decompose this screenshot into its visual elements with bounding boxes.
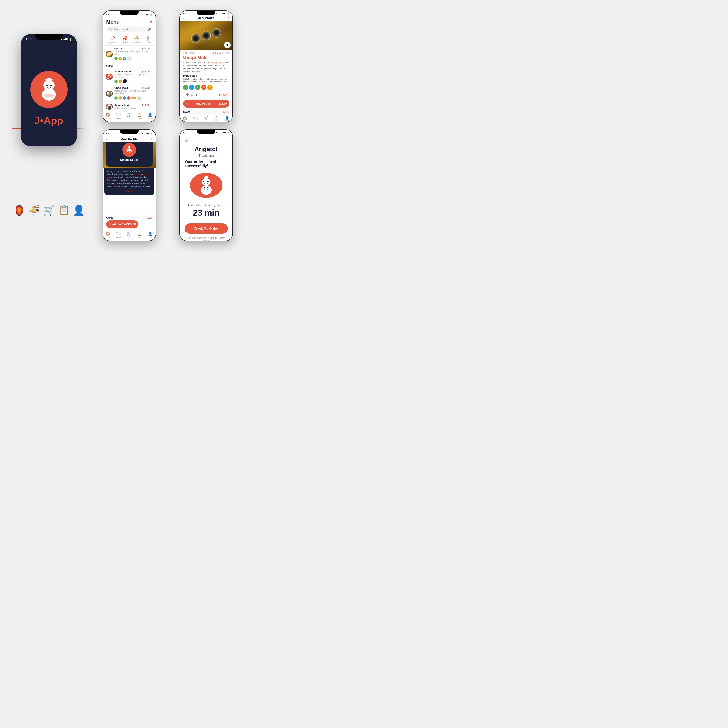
menu-title: Menu	[106, 19, 119, 25]
unagi-desc: Rolled grilled eel with teriyaki sauce, …	[115, 90, 150, 95]
um-tag-label: GF	[131, 97, 136, 99]
cat-tab-sushi[interactable]: 🍣 Sushi	[121, 35, 128, 44]
mp-serving: 7 oz | 340 cal	[183, 52, 195, 54]
meal-profile-phone: 9:41 ●●● ▲ WiFi 🔋 ‹ Meal Profile ⤴ ♥	[179, 11, 233, 122]
heart-icon[interactable]: ♥	[150, 20, 152, 24]
splash-phone: 9:41 ●●● WiFi 🔋	[21, 34, 77, 146]
mp-title: Meal Profile	[197, 16, 214, 20]
icon-profile: 👤	[71, 203, 86, 217]
mp-share-icon[interactable]: ⤴	[228, 16, 229, 20]
gyoza-tag-g: G	[115, 57, 118, 60]
sn-tag-g: G	[115, 80, 118, 83]
fg-nav-orders[interactable]: 📋 Orders	[137, 231, 142, 238]
salmon-heart[interactable]: ♥	[106, 73, 107, 76]
nav-profile[interactable]: 👤 Profile	[148, 113, 153, 119]
mp-cart-icon: 🛒	[203, 116, 208, 121]
food-item-salmon-nigiri[interactable]: ♥ 🍣 Salmon Nigiri $15.00 Slice of salmon…	[103, 69, 156, 85]
dashi-link[interactable]: dashi	[135, 173, 139, 176]
fg-nav-menu[interactable]: 🍽️ Menu	[116, 231, 121, 238]
food-item-salmon-maki[interactable]: ♥ 🍙 Salmon Maki $15.00 Rolled grilled sa…	[103, 102, 156, 111]
profile-icon: 👤	[71, 203, 86, 217]
fg-share-icon[interactable]: ⤴	[151, 137, 152, 141]
unagi-cart-btn[interactable]: 🛒	[137, 95, 142, 101]
mp-nav-home[interactable]: 🏠 Home	[183, 116, 187, 122]
icon-cart: 🛒	[41, 203, 57, 217]
mp-nav-menu[interactable]: 🍽️ Menu	[193, 116, 198, 122]
menu-icon: 🍽️	[116, 113, 121, 117]
gyoza-cart-btn[interactable]: 🛒	[127, 56, 132, 61]
mp-rating-row: 7 oz | 340 cal ★★★★☆ (462)	[180, 50, 232, 55]
sushi-icon: 🍣	[122, 36, 128, 41]
fg-cart-label: Add to Cart	[112, 223, 127, 226]
mp-phone-notch	[197, 11, 216, 15]
add-to-cart-button[interactable]: 🛒 Add to Cart $15.50	[183, 100, 229, 108]
cart-label: Cart	[127, 118, 130, 119]
qty-value: 1	[191, 93, 193, 96]
gyoza-heart[interactable]: ♥	[106, 51, 107, 54]
mp-nav-profile[interactable]: 👤 Profile	[225, 116, 230, 122]
meal-profile-screen: ‹ Meal Profile ⤴ ♥ 7 oz | 340 cal ★★★★☆	[180, 15, 232, 122]
fg-nav-cart[interactable]: 🛒 Cart	[127, 231, 131, 238]
add-to-cart-label: Add to Cart	[196, 102, 211, 105]
unagi-info: Unagi Maki $15.00 Rolled grilled eel wit…	[115, 86, 150, 101]
mp-food-title: Unagi Maki	[180, 55, 232, 61]
fg-food-name: Umami Sauce	[110, 158, 149, 161]
search-bar[interactable]: 🔍 🎤	[106, 26, 152, 32]
nav-cart[interactable]: 🛒 Cart	[127, 113, 131, 119]
fg-signal: ●●● ▲ WiFi 🔋	[139, 133, 152, 135]
search-input[interactable]	[114, 28, 146, 31]
fg-add-to-cart-btn[interactable]: 🛒 Add to Cart $15.50	[106, 220, 138, 228]
unagi-actions: G N L H GF 🛒	[115, 95, 150, 101]
success-close-btn[interactable]: ✕	[185, 138, 188, 143]
cat-tab-appetizers[interactable]: 🥢 Appetizers	[107, 35, 119, 44]
food-item-unagi[interactable]: ♥ 🍱 Unagi Maki $15.00 Rolled grilled eel…	[103, 85, 156, 102]
sushi-label: Sushi	[122, 41, 128, 44]
orders-label: Orders	[137, 118, 142, 119]
nav-orders[interactable]: 📋 Orders	[137, 113, 142, 119]
umami-link[interactable]: umami sauce	[212, 61, 224, 64]
mp-back-icon[interactable]: ‹	[183, 16, 184, 20]
fg-description: Umami sauce is a concentrated blend of i…	[107, 170, 151, 188]
nav-home[interactable]: 🏠 Home	[106, 113, 110, 119]
mp-nav-cart[interactable]: 🛒 Cart	[203, 116, 208, 122]
fg-cart-nav-label: Cart	[127, 236, 130, 238]
nav-menu[interactable]: 🍽️ Menu	[116, 113, 121, 119]
salmon-maki-name: Salmon Maki	[115, 104, 130, 107]
appetizers-icon: 🥢	[110, 36, 115, 41]
track-order-btn[interactable]: Track My Order	[185, 223, 228, 234]
menu-bottom-nav: 🏠 Home 🍽️ Menu 🛒 Cart 📋 Orders 👤	[103, 111, 156, 122]
fg-header: ‹ Meal Profile ⤴	[103, 136, 156, 142]
fg-close-btn[interactable]: Close	[107, 190, 151, 193]
mp-home-label: Home	[183, 121, 187, 122]
smaki-heart[interactable]: ♥	[106, 103, 107, 106]
fg-nav-home[interactable]: 🏠 Home	[106, 231, 110, 238]
orders-icon: 📋	[137, 113, 142, 117]
qty-controls[interactable]: 🗑 1 +	[183, 92, 201, 98]
mp-menu-icon: 🍽️	[193, 116, 198, 121]
success-phone: 9:41 ●●● ▲ WiFi 🔋 ✕ Arigato! Thank you Y…	[179, 129, 233, 241]
fg-back-icon[interactable]: ‹	[106, 137, 107, 141]
fg-cart-icon: 🛒	[109, 223, 112, 226]
menu-screen: Menu ♥ 🔍 🎤 🥢 Appetizers 🍣 Sushi 🍜	[103, 17, 156, 122]
fg-nav-profile[interactable]: 👤 Profile	[148, 231, 153, 238]
mp-orders-label: Orders	[214, 121, 219, 122]
mp-heart-btn[interactable]: ♥	[224, 42, 231, 48]
mic-icon[interactable]: 🎤	[147, 28, 151, 31]
mp-signal: ●●● ▲ WiFi 🔋	[216, 12, 229, 15]
icon-bowl: 🍜	[26, 203, 41, 217]
qty-decrease[interactable]: 🗑	[186, 93, 190, 97]
cat-tab-noodles[interactable]: 🍜 Noodles	[132, 35, 141, 44]
qty-increase[interactable]: +	[195, 93, 199, 97]
mp-nav-orders[interactable]: 📋 Orders	[214, 116, 219, 122]
fg-menu-label: Menu	[116, 236, 121, 238]
unagi-image: 🍱	[106, 90, 113, 97]
miso-link[interactable]: miso paste	[107, 173, 148, 179]
cat-tab-drinks[interactable]: 🥤 Drinks	[144, 35, 152, 44]
category-tabs: 🥢 Appetizers 🍣 Sushi 🍜 Noodles 🥤 Drinks	[103, 34, 156, 46]
unagi-heart[interactable]: ♥	[106, 90, 107, 93]
fg-orders-icon: 📋	[137, 231, 142, 236]
mp-orders-icon: 📋	[214, 116, 219, 121]
fg-prev-name: Gyoza	[106, 216, 113, 219]
food-item-gyoza[interactable]: ♥ 🥟 Gyoza $15.00 Japanese dumplings with…	[103, 46, 156, 63]
mp-stars: ★★★★☆	[212, 52, 224, 55]
